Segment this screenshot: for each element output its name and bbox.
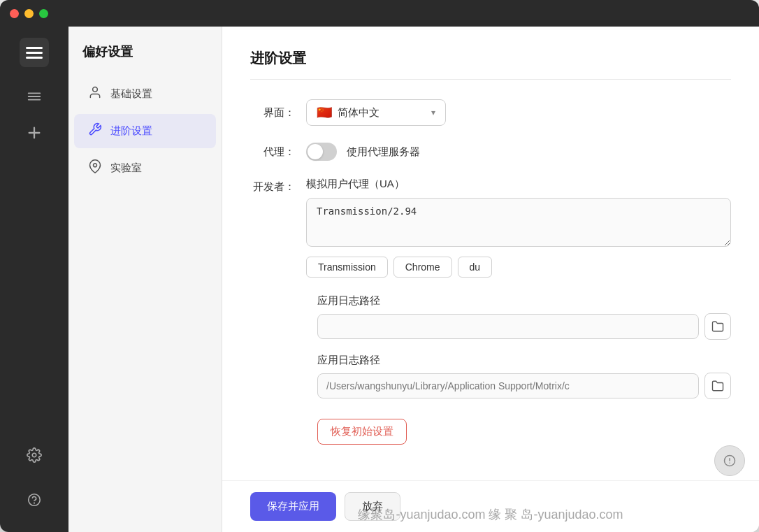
proxy-toggle-label: 使用代理服务器: [347, 145, 420, 159]
sidebar-item-advanced[interactable]: 进阶设置: [74, 114, 216, 148]
advanced-settings-icon: [88, 122, 102, 140]
traffic-lights: [10, 9, 48, 18]
proxy-row: 代理： 使用代理服务器: [250, 143, 731, 161]
basic-settings-icon: [88, 85, 102, 103]
folder-browse-btn-1[interactable]: [704, 313, 731, 340]
log-path-label-1: 应用日志路径: [250, 294, 731, 308]
svg-point-9: [29, 494, 41, 506]
nav-panel: 偏好设置 基础设置 进阶设置: [68, 27, 222, 532]
sidebar: [0, 27, 68, 532]
log-path-input-2[interactable]: [317, 373, 699, 398]
main-container: 偏好设置 基础设置 进阶设置: [0, 27, 759, 532]
interface-row: 界面： 🇨🇳 简体中文 ▾: [250, 99, 731, 126]
log-path-section-1: 应用日志路径: [250, 294, 731, 340]
interface-control: 🇨🇳 简体中文 ▾: [306, 99, 731, 126]
advanced-settings-label: 进阶设置: [110, 124, 152, 138]
save-button[interactable]: 保存并应用: [250, 492, 336, 521]
folder-browse-btn-2[interactable]: [704, 373, 731, 399]
svg-point-11: [93, 87, 98, 92]
content-area: 进阶设置 界面： 🇨🇳 简体中文 ▾ 代理：: [222, 27, 759, 532]
sidebar-item-lab[interactable]: 实验室: [74, 151, 216, 185]
action-bar: 保存并应用 放弃: [222, 480, 759, 532]
minimize-button[interactable]: [24, 9, 34, 18]
log-path-section-2: 应用日志路径: [250, 354, 731, 399]
discard-button[interactable]: 放弃: [345, 492, 400, 521]
menu-icon-btn[interactable]: [19, 81, 50, 112]
log-path-input-1[interactable]: [317, 314, 699, 339]
toggle-knob: [308, 144, 323, 159]
page-title: 进阶设置: [250, 49, 731, 80]
proxy-label: 代理：: [250, 145, 306, 159]
svg-rect-2: [26, 57, 43, 59]
app-window: 偏好设置 基础设置 进阶设置: [0, 0, 759, 532]
svg-rect-1: [26, 52, 43, 54]
language-select[interactable]: 🇨🇳 简体中文 ▾: [306, 99, 446, 126]
nav-title: 偏好设置: [68, 43, 222, 77]
lab-icon: [88, 159, 102, 177]
ua-textarea[interactable]: Transmission/2.94: [306, 198, 731, 247]
ua-sublabel: 模拟用户代理（UA）: [306, 178, 731, 191]
chevron-down-icon: ▾: [431, 108, 435, 117]
ua-presets: Transmission Chrome du: [306, 257, 731, 278]
add-icon-btn[interactable]: [19, 117, 50, 148]
language-label: 简体中文: [338, 106, 380, 120]
proxy-toggle[interactable]: [306, 143, 337, 161]
proxy-control: 使用代理服务器: [306, 143, 731, 161]
reset-button[interactable]: 恢复初始设置: [317, 419, 407, 445]
ua-preset-transmission[interactable]: Transmission: [306, 257, 388, 278]
basic-settings-label: 基础设置: [110, 87, 152, 101]
lab-label: 实验室: [110, 161, 142, 175]
svg-rect-0: [26, 47, 43, 49]
developer-section: 开发者： 模拟用户代理（UA） Transmission/2.94 Transm…: [250, 178, 731, 278]
interface-label: 界面：: [250, 106, 306, 120]
developer-label: 开发者：: [250, 178, 306, 194]
sidebar-item-basic[interactable]: 基础设置: [74, 77, 216, 111]
close-button[interactable]: [10, 9, 19, 18]
ua-preset-du[interactable]: du: [458, 257, 493, 278]
app-logo: [20, 38, 49, 67]
settings-icon-btn[interactable]: [19, 440, 50, 470]
flag-icon: 🇨🇳: [317, 105, 332, 120]
title-bar: [0, 0, 759, 27]
svg-point-8: [32, 453, 36, 457]
svg-point-12: [94, 164, 97, 167]
help-icon-btn[interactable]: [19, 484, 50, 515]
scroll-indicator: [714, 445, 745, 476]
log-path-label-2: 应用日志路径: [250, 354, 731, 367]
ua-preset-chrome[interactable]: Chrome: [393, 257, 452, 278]
maximize-button[interactable]: [39, 9, 48, 18]
